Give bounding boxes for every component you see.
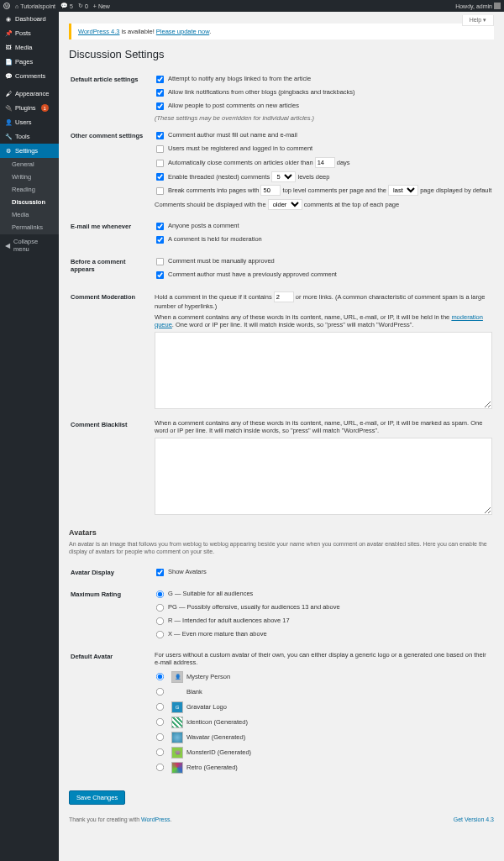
brush-icon: 🖌 — [5, 91, 12, 97]
require-registration-checkbox[interactable] — [156, 145, 164, 153]
rating-pg-radio[interactable] — [156, 604, 164, 612]
avatar-monster-radio[interactable] — [156, 748, 164, 756]
avatar-retro-radio[interactable] — [156, 764, 164, 771]
rating-x-radio[interactable] — [156, 631, 164, 638]
sidebar-item-tools[interactable]: 🔧Tools — [0, 129, 59, 144]
show-avatars-checkbox[interactable] — [156, 569, 164, 576]
rating-x-option[interactable]: X — Even more mature than above — [155, 629, 492, 640]
help-tab[interactable]: Help ▾ — [462, 15, 494, 26]
notify-blogs-checkbox[interactable] — [156, 76, 164, 83]
sidebar-item-dashboard[interactable]: ◉Dashboard — [0, 12, 59, 26]
rating-r-radio[interactable] — [156, 617, 164, 625]
allow-pingbacks-checkbox[interactable] — [156, 89, 164, 97]
avatar-identicon-radio[interactable] — [156, 718, 164, 726]
comments-link[interactable]: 💬 5 — [60, 3, 73, 9]
rating-g-option[interactable]: G — Suitable for all audiences — [155, 589, 492, 600]
default-page-select[interactable]: last — [388, 185, 418, 196]
avatar-mystery-radio[interactable] — [156, 673, 164, 680]
before-appears-label: Before a comment appears — [71, 253, 153, 286]
submenu-reading[interactable]: Reading — [0, 183, 59, 196]
submenu-general[interactable]: General — [0, 158, 59, 171]
sidebar-item-posts[interactable]: 📌Posts — [0, 26, 59, 40]
avatar-mystery-option[interactable]: 👤Mystery Person — [155, 671, 492, 683]
update-icon: ↻ — [78, 3, 83, 9]
sidebar-item-media[interactable]: 🖼Media — [0, 40, 59, 55]
blacklist-keys-textarea[interactable] — [155, 438, 492, 515]
rating-pg-option[interactable]: PG — Possibly offensive, usually for aud… — [155, 602, 492, 613]
submenu-writing[interactable]: Writing — [0, 171, 59, 183]
mystery-avatar-icon: 👤 — [171, 671, 183, 683]
site-link[interactable]: ⌂ Tutorialspoint — [15, 3, 55, 9]
threaded-checkbox[interactable] — [156, 173, 164, 181]
avatar-wavatar-option[interactable]: Wavatar (Generated) — [155, 732, 492, 743]
moderation-desc: When a comment contains any of these wor… — [155, 313, 492, 328]
auto-close-checkbox[interactable] — [156, 159, 164, 166]
require-registration-option[interactable]: Users must be registered and logged in t… — [155, 144, 492, 155]
manual-approve-option[interactable]: Comment must be manually approved — [155, 256, 492, 267]
wp-version-link[interactable]: WordPress 4.3 — [78, 28, 119, 35]
submenu-permalinks[interactable]: Permalinks — [0, 221, 59, 234]
avatar-blank-option[interactable]: Blank — [155, 686, 492, 698]
allow-comments-checkbox[interactable] — [156, 102, 164, 110]
updates-link[interactable]: ↻ 0 — [78, 3, 88, 9]
avatar-gravatar-option[interactable]: GGravatar Logo — [155, 701, 492, 713]
per-page-field[interactable] — [260, 185, 281, 196]
sidebar-item-users[interactable]: 👤Users — [0, 115, 59, 129]
allow-comments-option[interactable]: Allow people to post comments on new art… — [155, 101, 492, 112]
threaded-comments-option[interactable]: Enable threaded (nested) comments 5 leve… — [155, 171, 492, 183]
new-content-link[interactable]: + New — [93, 3, 110, 9]
avatar-retro-option[interactable]: Retro (Generated) — [155, 762, 492, 774]
blank-avatar-icon — [171, 686, 183, 698]
email-moderation-option[interactable]: A comment is held for moderation — [155, 234, 492, 245]
max-links-field[interactable] — [274, 291, 294, 302]
avatar-monster-option[interactable]: 👾MonsterID (Generated) — [155, 747, 492, 759]
auto-close-option[interactable]: Automatically close comments on articles… — [155, 157, 492, 169]
submenu-media[interactable]: Media — [0, 208, 59, 221]
sidebar-item-settings[interactable]: ⚙Settings — [0, 144, 59, 158]
sidebar-item-appearance[interactable]: 🖌Appearance — [0, 87, 59, 101]
gravatar-avatar-icon: G — [171, 701, 183, 713]
close-days-field[interactable] — [315, 157, 335, 168]
manual-approve-checkbox[interactable] — [156, 257, 164, 265]
avatar-wavatar-radio[interactable] — [156, 733, 164, 741]
admin-sidebar: ◉Dashboard 📌Posts 🖼Media 📄Pages 💬Comment… — [0, 12, 59, 861]
thread-depth-select[interactable]: 5 — [271, 171, 296, 182]
email-moderation-checkbox[interactable] — [156, 235, 164, 243]
allow-pingbacks-option[interactable]: Allow link notifications from other blog… — [155, 87, 492, 98]
rating-r-option[interactable]: R — Intended for adult audiences above 1… — [155, 616, 492, 627]
notify-blogs-option[interactable]: Attempt to notify any blogs linked to fr… — [155, 74, 492, 85]
comment-order-select[interactable]: older — [268, 199, 302, 210]
home-icon: ⌂ — [15, 3, 18, 9]
comment-icon: 💬 — [5, 73, 12, 80]
paginate-option[interactable]: Break comments into pages with top level… — [155, 185, 492, 197]
prev-approved-option[interactable]: Comment author must have a previously ap… — [155, 270, 492, 281]
avatar-identicon-option[interactable]: Identicon (Generated) — [155, 717, 492, 728]
account-link[interactable]: Howdy, admin — [455, 3, 501, 9]
avatar-gravatar-radio[interactable] — [156, 703, 164, 711]
sidebar-item-comments[interactable]: 💬Comments — [0, 69, 59, 83]
dashboard-icon: ◉ — [5, 16, 12, 23]
wp-logo-icon[interactable] — [3, 3, 10, 9]
paginate-checkbox[interactable] — [156, 186, 164, 194]
get-version-link[interactable]: Get Version 4.3 — [454, 816, 494, 822]
email-anyone-option[interactable]: Anyone posts a comment — [155, 221, 492, 232]
show-avatars-option[interactable]: Show Avatars — [155, 567, 492, 578]
submenu-discussion[interactable]: Discussion — [0, 196, 59, 208]
require-name-email-option[interactable]: Comment author must fill out name and e-… — [155, 130, 492, 141]
require-name-email-checkbox[interactable] — [156, 132, 164, 139]
prev-approved-checkbox[interactable] — [156, 270, 164, 278]
collapse-menu-button[interactable]: ◀Collapse menu — [0, 234, 59, 256]
wordpress-link[interactable]: WordPress — [141, 816, 171, 822]
rating-g-radio[interactable] — [156, 591, 164, 598]
save-changes-button[interactable]: Save Changes — [69, 790, 125, 805]
avatar-blank-radio[interactable] — [156, 688, 164, 696]
avatar-display-label: Avatar Display — [71, 564, 153, 584]
comment-order-option: Comments should be displayed with the ol… — [155, 199, 492, 210]
sidebar-item-plugins[interactable]: 🔌Plugins1 — [0, 101, 59, 115]
sidebar-item-pages[interactable]: 📄Pages — [0, 55, 59, 69]
pin-icon: 📌 — [5, 30, 12, 37]
moderation-keys-textarea[interactable] — [155, 332, 492, 409]
default-avatar-desc: For users without a custom avatar of the… — [155, 651, 492, 666]
email-anyone-checkbox[interactable] — [156, 222, 164, 229]
update-now-link[interactable]: Please update now — [156, 28, 209, 35]
